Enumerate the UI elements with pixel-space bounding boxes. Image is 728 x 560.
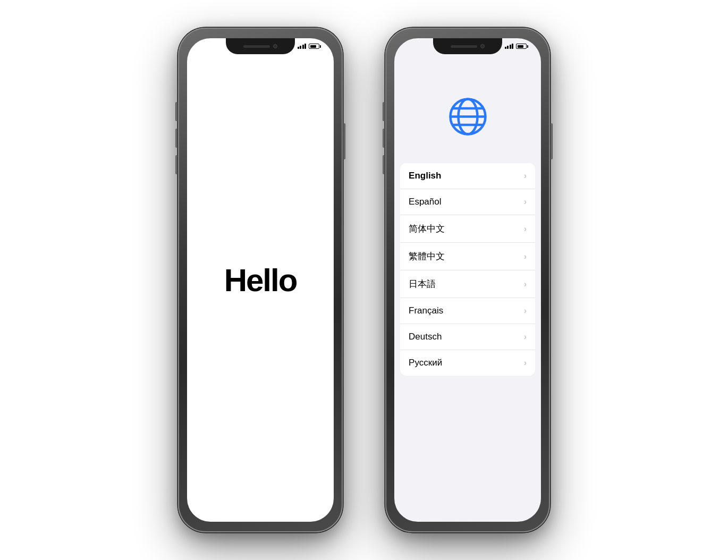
battery-body <box>309 44 319 49</box>
chevron-right-icon: › <box>524 332 527 342</box>
status-icons <box>298 44 321 49</box>
language-item[interactable]: 简体中文› <box>400 215 535 243</box>
chevron-right-icon: › <box>524 171 527 181</box>
battery <box>309 44 321 49</box>
language-item[interactable]: Русский› <box>400 350 535 376</box>
signal-bars-lang <box>505 44 514 49</box>
notch <box>226 38 295 54</box>
phone-hello: Hello <box>178 28 343 532</box>
notch-camera-lang <box>480 44 485 48</box>
language-item[interactable]: Français› <box>400 298 535 324</box>
language-item[interactable]: 繁體中文› <box>400 243 535 270</box>
battery-tip-lang <box>527 45 528 48</box>
language-item[interactable]: Español› <box>400 189 535 215</box>
chevron-right-icon: › <box>524 252 527 261</box>
battery-body-lang <box>516 44 527 49</box>
language-name: Español <box>409 197 441 207</box>
phone-hello-screen: Hello <box>187 38 334 522</box>
language-name: Français <box>409 306 443 316</box>
chevron-right-icon: › <box>524 279 527 289</box>
battery-fill-lang <box>518 45 523 48</box>
signal-bars <box>298 44 307 49</box>
chevron-right-icon: › <box>524 358 527 368</box>
language-name: Русский <box>409 358 442 368</box>
language-name: English <box>409 171 441 181</box>
notch-camera <box>273 44 277 48</box>
hello-greeting: Hello <box>224 262 297 299</box>
notch-speaker-lang <box>451 45 477 48</box>
language-name: 日本語 <box>409 278 436 290</box>
battery-fill <box>310 45 316 48</box>
language-name: Deutsch <box>409 332 442 342</box>
notch-speaker <box>243 45 270 48</box>
language-name: 简体中文 <box>409 223 445 235</box>
language-item[interactable]: Deutsch› <box>400 324 535 350</box>
phone-language: English›Español›简体中文›繁體中文›日本語›Français›D… <box>385 28 550 532</box>
language-item[interactable]: English› <box>400 163 535 189</box>
language-list: English›Español›简体中文›繁體中文›日本語›Français›D… <box>400 163 535 376</box>
phone-language-screen: English›Español›简体中文›繁體中文›日本語›Français›D… <box>394 38 541 522</box>
language-name: 繁體中文 <box>409 250 445 262</box>
notch-lang <box>433 38 502 54</box>
language-item[interactable]: 日本語› <box>400 270 535 298</box>
battery-tip <box>320 45 321 48</box>
chevron-right-icon: › <box>524 197 527 207</box>
chevron-right-icon: › <box>524 224 527 234</box>
globe-icon <box>448 97 488 137</box>
battery-lang <box>516 44 528 49</box>
status-icons-lang <box>505 44 529 49</box>
chevron-right-icon: › <box>524 306 527 316</box>
